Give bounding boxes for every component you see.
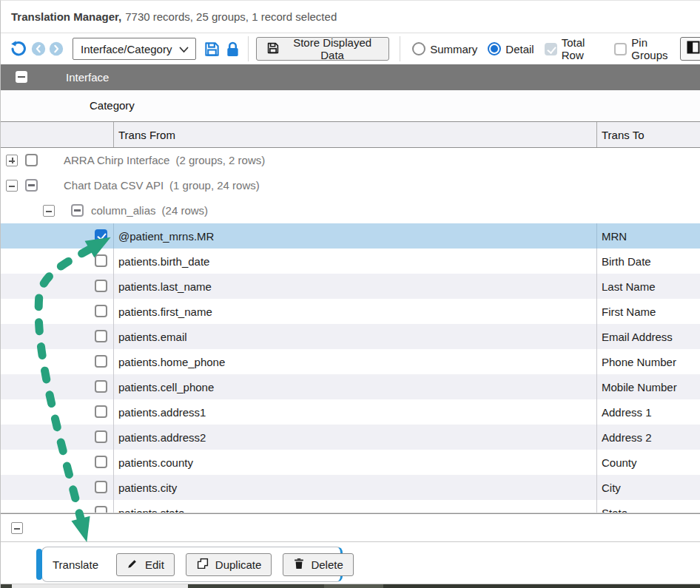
pin-groups-checkbox[interactable]: Pin Groups [614,36,680,61]
edit-button[interactable]: Edit [116,553,175,576]
checkbox-checked-disabled-icon [545,43,557,55]
row-checkbox[interactable] [95,355,107,368]
table-row[interactable]: patients.last_name Last Name [1,274,700,299]
table-row[interactable]: patients.city City [1,475,700,500]
chevron-down-icon [179,43,189,55]
group-row[interactable]: Chart Data CSV API(1 group, 24 rows) [1,173,700,198]
row-checkbox[interactable] [95,430,107,443]
footer-divider [1,541,700,542]
trans-to-cell: First Name [596,299,700,324]
toolbar: Interface/Category Store Displayed Data … [1,33,700,64]
trash-icon [293,557,305,572]
group-checkbox-indeterminate[interactable] [25,179,38,192]
view-dropdown[interactable]: Interface/Category [73,38,196,60]
trans-from-cell: patients.state [113,500,596,513]
trans-from-column-header[interactable]: Trans From [113,122,596,147]
delete-button[interactable]: Delete [283,553,353,576]
trans-to-cell: Mobile Number [596,374,700,399]
group-row[interactable]: column_alias(24 rows) [1,198,700,223]
trans-from-cell: patients.cell_phone [113,374,596,399]
checkbox-unchecked-icon [614,43,627,55]
toolbar-separator [248,36,249,61]
store-save-icon [266,41,280,57]
trans-to-cell: MRN [596,223,700,249]
row-checkbox[interactable] [95,280,107,292]
save-icon[interactable] [203,41,221,58]
expand-plus-icon[interactable] [6,155,18,166]
trans-from-cell: patients.email [113,324,596,349]
trans-from-cell: patients.address2 [113,425,596,450]
trans-from-cell: patients.home_phone [113,349,596,374]
column-pin-icon [686,40,700,58]
table-row[interactable]: patients.first_name First Name [1,299,700,324]
trans-to-cell: Phone Number [596,349,700,374]
row-checkbox[interactable] [95,380,107,393]
group-count: (24 rows) [162,204,209,217]
refresh-icon[interactable] [10,40,27,58]
trans-from-cell: patients.birth_date [113,249,596,274]
group-count: (1 group, 24 rows) [169,179,260,192]
summary-radio[interactable]: Summary [412,42,477,55]
forward-button[interactable] [49,41,64,56]
collapse-minus-icon[interactable] [16,71,27,83]
category-header-label: Category [90,90,135,121]
total-row-checkbox[interactable]: Total Row [545,36,605,61]
trans-to-cell: Address 2 [596,425,700,450]
row-checkbox-checked[interactable] [95,229,107,242]
pencil-icon [127,557,139,572]
page-title: Translation Manager, [11,10,121,23]
view-dropdown-value: Interface/Category [81,43,172,55]
detail-radio[interactable]: Detail [488,42,534,55]
trans-to-column-header[interactable]: Trans To [596,122,700,147]
collapse-minus-icon[interactable] [43,205,55,217]
radio-icon [412,42,425,55]
group-row[interactable]: ARRA Chirp Interface(2 groups, 2 rows) [1,148,700,173]
interface-header-row: Interface [1,64,700,90]
row-checkbox[interactable] [95,506,107,513]
collapse-minus-icon[interactable] [11,522,23,534]
duplicate-button[interactable]: Duplicate [186,553,272,576]
back-button[interactable] [31,41,46,56]
trans-to-cell: City [596,475,700,500]
group-label: ARRA Chirp Interface [64,154,169,166]
column-header-row: Trans From Trans To [1,122,700,148]
table-row[interactable]: patients.address2 Address 2 [1,425,700,450]
group-checkbox-indeterminate[interactable] [71,204,84,217]
lock-icon[interactable] [225,41,240,58]
store-displayed-data-button[interactable]: Store Displayed Data [256,37,389,61]
trans-to-cell: Email Address [596,324,700,349]
group-label: column_alias [91,204,156,217]
table-row[interactable]: patients.cell_phone Mobile Number [1,374,700,399]
trans-from-cell: patients.address1 [113,399,596,425]
radio-selected-icon [488,42,501,55]
category-header-row: Category [1,90,700,122]
row-checkbox[interactable] [95,254,107,267]
row-checkbox[interactable] [95,481,107,493]
grid-rows: ARRA Chirp Interface(2 groups, 2 rows) C… [1,148,700,513]
row-checkbox[interactable] [95,456,107,468]
table-row[interactable]: patients.county County [1,450,700,475]
trans-to-cell: Last Name [596,274,700,299]
copy-icon [196,557,209,572]
trans-from-cell: patients.city [113,475,596,500]
table-row[interactable]: patients.email Email Address [1,324,700,349]
column-pin-button[interactable] [680,37,700,61]
group-checkbox[interactable] [25,154,38,166]
table-row[interactable]: patients.birth_date Birth Date [1,249,700,274]
table-row[interactable]: patients.state State [1,500,700,513]
trans-to-cell: Birth Date [596,249,700,274]
table-row-selected[interactable]: @patient_mrns.MR MRN [1,223,700,249]
table-row[interactable]: patients.home_phone Phone Number [1,349,700,374]
translate-tab[interactable]: Translate [53,558,98,571]
trans-to-cell: State [596,500,700,513]
row-checkbox[interactable] [95,305,107,317]
toolbar-separator [400,36,400,61]
trans-from-cell: patients.county [113,450,596,475]
table-row[interactable]: patients.address1 Address 1 [1,399,700,425]
row-checkbox[interactable] [95,330,107,342]
title-bar: Translation Manager, 7730 records, 25 gr… [1,1,700,33]
interface-header-label: Interface [66,64,109,90]
row-checkbox[interactable] [95,405,107,418]
collapse-minus-icon[interactable] [6,180,18,192]
group-label: Chart Data CSV API [64,179,164,192]
